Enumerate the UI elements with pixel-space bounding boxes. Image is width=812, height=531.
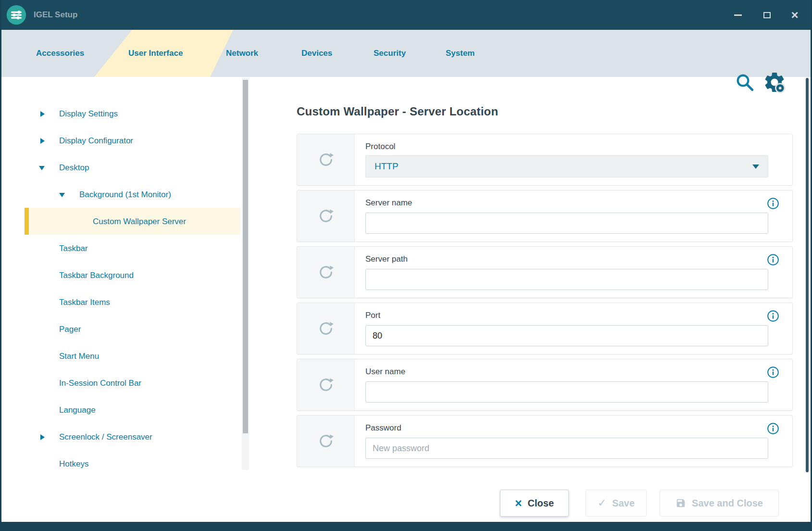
close-x-icon: ×: [515, 497, 522, 509]
password-input[interactable]: [365, 438, 768, 459]
protocol-select[interactable]: HTTP: [365, 155, 768, 177]
save-and-close-button[interactable]: Save and Close: [660, 490, 779, 517]
sidebar-scrollbar-thumb[interactable]: [243, 80, 248, 433]
minimize-button[interactable]: [727, 0, 749, 30]
chevron-down-icon: [752, 164, 759, 169]
reset-icon[interactable]: [318, 208, 334, 224]
footer-bar: × Close ✓ Save Save and Close: [0, 486, 812, 522]
tab-security[interactable]: Security: [374, 30, 406, 77]
field-label-password: Password: [365, 423, 792, 433]
sidebar-item-in-session-control-bar[interactable]: In-Session Control Bar: [25, 369, 240, 396]
sidebar-item-display-configurator[interactable]: Display Configurator: [25, 127, 240, 154]
save-button[interactable]: ✓ Save: [586, 490, 647, 517]
sidebar-item-screenlock-screensaver[interactable]: Screenlock / Screensaver: [25, 423, 240, 450]
main-scrollbar-thumb[interactable]: [806, 78, 809, 472]
chevron-right-icon[interactable]: [39, 111, 48, 117]
info-icon[interactable]: [767, 253, 779, 266]
field-label-protocol: Protocol: [365, 142, 792, 152]
chevron-right-icon[interactable]: [39, 138, 48, 144]
chevron-down-icon[interactable]: [59, 192, 68, 198]
chevron-right-icon[interactable]: [39, 434, 48, 440]
field-card-server-name: Server name: [297, 190, 793, 242]
info-icon[interactable]: [767, 197, 779, 210]
sidebar-scrollbar[interactable]: [242, 78, 249, 470]
save-button-label: Save: [612, 498, 635, 509]
server-path-input[interactable]: [365, 269, 768, 290]
sidebar-item-desktop[interactable]: Desktop: [25, 154, 240, 181]
field-label-user-name: User name: [365, 367, 792, 377]
settings-gear-eye-icon[interactable]: [762, 70, 787, 94]
igel-logo-icon: [6, 4, 27, 25]
field-card-password: Password: [297, 415, 793, 467]
field-label-server-path: Server path: [365, 254, 792, 264]
info-icon[interactable]: [767, 422, 779, 435]
titlebar: IGEL Setup ×: [0, 0, 812, 30]
tab-system[interactable]: System: [446, 30, 475, 77]
info-icon[interactable]: [767, 310, 779, 322]
close-icon: ×: [791, 9, 798, 21]
nav-tree: Display Settings Display Configurator De…: [1, 100, 240, 477]
reset-icon[interactable]: [318, 377, 334, 393]
server-name-input[interactable]: [365, 213, 768, 234]
chevron-down-icon[interactable]: [39, 165, 48, 171]
reset-column: [297, 134, 355, 185]
close-window-button[interactable]: ×: [784, 0, 805, 30]
floppy-disk-icon: [675, 498, 686, 508]
window-border-bottom: [0, 522, 812, 531]
user-name-input[interactable]: [365, 381, 768, 403]
window-title: IGEL Setup: [34, 0, 77, 30]
field-card-protocol: Protocol HTTP: [297, 134, 793, 186]
sidebar-item-background-1st-monitor[interactable]: Background (1st Monitor): [25, 181, 240, 208]
close-button-label: Close: [528, 498, 554, 509]
field-card-port: Port: [297, 303, 793, 354]
reset-column: [297, 190, 355, 241]
reset-column: [297, 303, 355, 354]
sidebar-item-taskbar-items[interactable]: Taskbar Items: [25, 289, 240, 316]
window-border-left: [0, 0, 1, 531]
save-and-close-button-label: Save and Close: [692, 498, 763, 509]
maximize-icon: [763, 12, 771, 18]
reset-icon[interactable]: [318, 433, 334, 449]
reset-column: [297, 247, 355, 298]
sidebar-item-pager[interactable]: Pager: [25, 316, 240, 342]
field-card-user-name: User name: [297, 359, 793, 411]
sidebar-item-display-settings[interactable]: Display Settings: [25, 100, 240, 127]
reset-icon[interactable]: [318, 152, 334, 168]
sidebar-item-custom-wallpaper-server[interactable]: Custom Wallpaper Server: [25, 208, 240, 235]
info-icon[interactable]: [767, 366, 779, 379]
tab-accessories[interactable]: Accessories: [36, 30, 84, 77]
protocol-select-value: HTTP: [375, 161, 399, 172]
reset-column: [297, 359, 355, 410]
reset-icon[interactable]: [318, 264, 334, 280]
maximize-button[interactable]: [756, 0, 777, 30]
tab-user-interface[interactable]: User Interface: [128, 30, 183, 77]
form-cards: Protocol HTTP: [297, 134, 793, 471]
page-title: Custom Wallpaper - Server Location: [297, 105, 498, 118]
sidebar-nav: Display Settings Display Configurator De…: [1, 77, 242, 522]
igel-setup-window: IGEL Setup × Accessories User Interface …: [0, 0, 812, 531]
tab-devices[interactable]: Devices: [301, 30, 332, 77]
tab-network[interactable]: Network: [226, 30, 258, 77]
tab-bar: Accessories User Interface Network Devic…: [0, 30, 812, 77]
field-label-port: Port: [365, 311, 792, 320]
search-icon[interactable]: [735, 72, 755, 92]
close-button[interactable]: × Close: [500, 490, 569, 517]
port-input[interactable]: [365, 325, 768, 346]
sidebar-item-taskbar[interactable]: Taskbar: [25, 235, 240, 262]
sidebar-item-start-menu[interactable]: Start Menu: [25, 342, 240, 369]
content-area: Display Settings Display Configurator De…: [1, 77, 811, 522]
field-label-server-name: Server name: [365, 198, 792, 208]
minimize-icon: [734, 14, 742, 16]
sidebar-item-hotkeys[interactable]: Hotkeys: [25, 450, 240, 477]
sidebar-item-language[interactable]: Language: [25, 396, 240, 423]
reset-column: [297, 416, 355, 467]
reset-icon[interactable]: [318, 320, 334, 337]
field-card-server-path: Server path: [297, 246, 793, 298]
main-panel: Custom Wallpaper - Server Location Proto…: [295, 77, 800, 522]
sidebar-item-taskbar-background[interactable]: Taskbar Background: [25, 262, 240, 289]
check-icon: ✓: [598, 498, 606, 508]
